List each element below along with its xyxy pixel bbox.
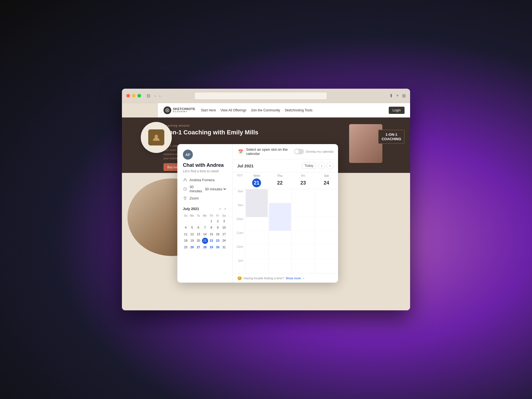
day-slot[interactable] [292,272,315,273]
maximize-button[interactable] [137,94,141,98]
day-slot[interactable] [292,259,315,272]
mini-cal-day[interactable]: 27 [196,244,201,250]
overlay-label: Overlay my calendar [306,150,334,153]
address-bar[interactable] [194,92,327,100]
time-labels: 8am9am10am11am12pm1pm2pm3pm4pm5pm [233,189,245,273]
day-slot[interactable] [315,217,338,231]
browser-actions: ⬆ + ⊞ [389,93,406,98]
close-button[interactable] [126,94,130,98]
login-button[interactable]: Login [389,107,405,114]
day-slot[interactable] [292,203,315,217]
mini-cal-day[interactable]: 15 [209,231,214,237]
nav-tools[interactable]: Sketchnoting Tools [285,108,313,112]
day-slot[interactable] [268,272,291,273]
day-slot[interactable] [268,259,291,272]
minimize-button[interactable] [132,94,135,98]
day-slot[interactable] [292,245,315,259]
hero-badge: 1-ON-1 COACHING [378,130,405,144]
mini-cal-day [196,218,201,224]
week-header: PDT Wed 21 Thu 22 Fri 23 [233,172,338,189]
url-input[interactable] [195,94,327,98]
mini-cal-day[interactable]: 25 [183,244,189,250]
logo-text: SKETCHNOTE ACADEMY [173,107,195,113]
overlay-toggle-switch[interactable] [294,149,304,154]
svg-point-4 [185,197,186,198]
mini-cal-day[interactable]: 10 [221,225,227,231]
mini-cal-day[interactable]: 18 [183,238,189,244]
traffic-lights [126,94,141,98]
day-slot[interactable] [315,259,338,272]
cal-month-bar: Jul 2021 Today ‹ › [233,159,338,172]
grid-icon[interactable]: ⊞ [402,93,406,98]
avatar-circle [141,122,172,153]
show-more-link[interactable]: Show more → [286,277,305,280]
mini-cal-grid: SuMoTuWeThFrSa12345678910111213141516171… [183,214,227,250]
availability-block[interactable] [269,203,291,231]
mini-cal-day-header: Mo [189,214,195,218]
mini-cal-day[interactable]: 8 [209,225,214,231]
mini-cal-day[interactable]: 9 [215,225,221,231]
time-label: 8am [233,189,245,203]
mini-cal-day[interactable]: 21 [202,238,208,244]
mini-cal-day[interactable]: 16 [215,231,221,237]
day-slot[interactable] [268,231,291,245]
day-slot[interactable] [292,217,315,231]
mini-cal-day[interactable]: 17 [221,231,227,237]
mini-cal-next[interactable]: › [223,206,227,211]
today-button[interactable]: Today [302,163,316,169]
mini-cal-day[interactable]: 28 [202,244,208,250]
mini-cal-day[interactable]: 4 [183,225,189,231]
day-slot[interactable] [268,245,291,259]
mini-cal-day[interactable]: 12 [189,231,195,237]
mini-cal-day[interactable]: 2 [215,218,221,224]
day-slot[interactable] [268,189,291,203]
sidebar-icon[interactable]: ⊟ [147,93,150,98]
duration-dropdown[interactable]: 30 minutes 60 minutes [204,187,227,191]
day-slot[interactable] [245,217,268,231]
mini-cal-day[interactable]: 29 [209,244,214,250]
mini-cal-day[interactable]: 23 [215,238,221,244]
week-next-button[interactable]: › [326,162,334,169]
mini-cal-day[interactable]: 1 [209,218,214,224]
day-slot[interactable] [315,272,338,273]
new-tab-icon[interactable]: + [396,93,399,98]
mini-cal-day[interactable]: 11 [183,231,189,237]
day-slot[interactable] [315,189,338,203]
share-icon[interactable]: ⬆ [389,93,393,98]
week-prev-button[interactable]: ‹ [318,162,325,169]
availability-block[interactable] [246,189,268,217]
mini-cal-day[interactable]: 26 [189,244,195,250]
mini-cal-prev[interactable]: ‹ [218,206,222,211]
mini-cal-day-header: Sa [221,214,227,218]
duration-select[interactable]: 30 minutes 30 minutes 60 minutes [190,185,227,193]
mini-cal-day[interactable]: 13 [196,231,201,237]
day-slot[interactable] [245,231,268,245]
day-slot[interactable] [245,259,268,272]
mini-cal-day[interactable]: 7 [202,225,208,231]
mini-cal-day[interactable]: 31 [221,244,227,250]
day-slot[interactable] [245,272,268,273]
mini-cal-day[interactable]: 5 [189,225,195,231]
hero-image-area: 1-ON-1 COACHING [349,124,405,168]
mini-cal-day[interactable]: 20 [196,238,201,244]
day-slot[interactable] [315,245,338,259]
day-slot[interactable] [292,231,315,245]
nav-community[interactable]: Join the Community [251,108,280,112]
mini-cal-day[interactable]: 24 [221,238,227,244]
back-button[interactable]: ‹ [154,93,157,99]
mini-cal-day[interactable]: 22 [209,238,214,244]
nav-links: Start Here View All Offerings Join the C… [201,108,383,112]
nav-start-here[interactable]: Start Here [201,108,216,112]
mini-cal-day[interactable]: 19 [189,238,195,244]
mini-cal-day[interactable]: 14 [202,231,208,237]
day-slot[interactable] [292,189,315,203]
mini-cal-day[interactable]: 3 [221,218,227,224]
forward-button[interactable]: › [158,93,162,99]
nav-view-offerings[interactable]: View All Offerings [220,108,246,112]
day-slot[interactable] [315,203,338,217]
mini-cal-day[interactable]: 6 [196,225,201,231]
day-slot[interactable] [245,245,268,259]
day-slot[interactable] [315,231,338,245]
time-label: 2pm [233,272,245,273]
mini-cal-day[interactable]: 30 [215,244,221,250]
